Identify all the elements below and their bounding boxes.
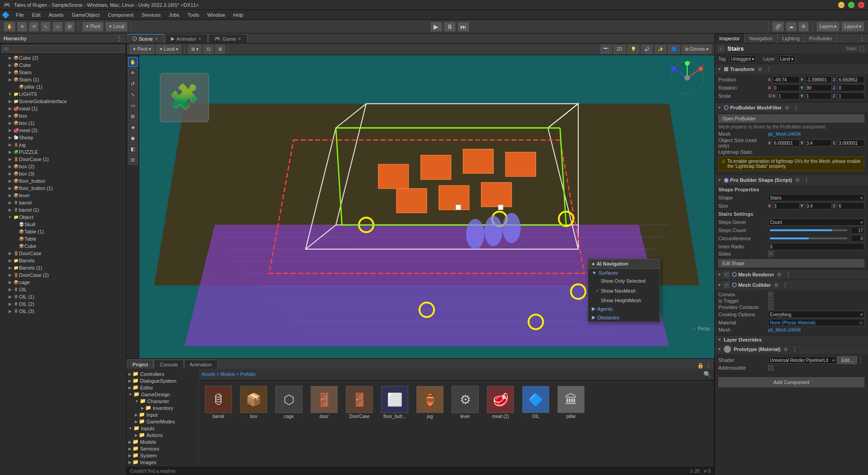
pos-x-val[interactable]: -49.74 bbox=[773, 76, 800, 83]
hierarchy-item-floor_button[interactable]: ▶ 📦 floor_button bbox=[0, 177, 126, 185]
hierarchy-item-oil3[interactable]: ▶ 🛢 OIL (3) bbox=[0, 308, 126, 315]
project-tree-item-7[interactable]: ▶ 📁 GameModes bbox=[127, 418, 198, 425]
shader-select[interactable]: Universal Render Pipeline/Lit ▾ bbox=[768, 356, 836, 364]
layer-selector[interactable]: Land ▾ bbox=[778, 56, 795, 62]
viewport[interactable]: ✋ ✛ ↺ ⤡ ▭ ⊞ ◈ ◉ ◧ ⊟ bbox=[127, 55, 714, 358]
hierarchy-menu-btn[interactable]: ⋮ bbox=[116, 35, 123, 42]
shape-dots[interactable]: ⋮ bbox=[803, 176, 810, 184]
mesh-renderer-gear[interactable]: ⚙ bbox=[776, 271, 783, 278]
prototype-header[interactable]: ▼ Prototype (Material) ⚙ ⋮ bbox=[715, 344, 868, 354]
tool-scale[interactable]: ⤡ bbox=[128, 90, 138, 100]
tag-selector[interactable]: Untagged ▾ bbox=[729, 56, 756, 62]
scale-tool[interactable]: ⤡ bbox=[41, 22, 51, 32]
menu-services[interactable]: Services bbox=[138, 11, 164, 19]
snap-btn[interactable]: ⊡ bbox=[203, 45, 213, 54]
shader-dots[interactable]: ⋮ bbox=[857, 356, 864, 364]
asset-item-7[interactable]: ⚙ lever bbox=[449, 384, 481, 421]
asset-item-6[interactable]: 🏺 jug bbox=[414, 384, 446, 421]
project-tree-item-12[interactable]: ▶ 📁 System bbox=[127, 452, 198, 459]
gizmo-vis-btn[interactable]: ⊞ Gizmos ▾ bbox=[682, 45, 712, 54]
hierarchy-item-pillar1[interactable]: 📦 pillar (1) bbox=[0, 83, 126, 90]
rot-y-val[interactable]: 90 bbox=[805, 84, 832, 91]
menu-assets[interactable]: Assets bbox=[45, 11, 67, 19]
hierarchy-item-doorcase2[interactable]: ▶ 🚪 DoorCase (2) bbox=[0, 271, 126, 279]
asset-item-3[interactable]: 🚪 door bbox=[308, 384, 340, 421]
close-button[interactable]: ✕ bbox=[858, 2, 864, 8]
circumf-val[interactable]: 0 bbox=[851, 235, 864, 242]
hierarchy-item-meat1[interactable]: ▶ 🥩 meat (1) bbox=[0, 105, 126, 112]
hierarchy-item-cube[interactable]: ▶ 📦 Cube bbox=[0, 62, 126, 69]
minimize-button[interactable]: — bbox=[838, 2, 844, 8]
project-tree-item-9[interactable]: ▶ 📁 Actions bbox=[127, 432, 198, 438]
transform-tool[interactable]: ⊞ bbox=[65, 22, 75, 32]
menu-tools[interactable]: Tools bbox=[184, 11, 203, 19]
project-tree-item-13[interactable]: ▶ 📁 Images bbox=[127, 459, 198, 466]
project-tree-item-10[interactable]: ▶ 📁 Models bbox=[127, 438, 198, 445]
layers-btn[interactable]: Layers ▾ bbox=[816, 22, 840, 32]
shape-shape-select[interactable]: Stairs ▾ bbox=[768, 194, 864, 201]
project-tree-item-3[interactable]: ▼ 📁 GameDesign bbox=[127, 391, 198, 398]
inspector-menu-btn[interactable]: ⋮ bbox=[856, 35, 868, 42]
hierarchy-item-doorcase1[interactable]: ▶ 🚪 DoorCase (1) bbox=[0, 156, 126, 163]
rotate-tool[interactable]: ↺ bbox=[29, 22, 39, 32]
asset-item-9[interactable]: 🔷 OIL bbox=[520, 384, 552, 421]
hierarchy-item-cube3[interactable]: 📦 Cube bbox=[0, 242, 126, 250]
local-dropdown[interactable]: ✦ Local ▾ bbox=[156, 45, 181, 54]
mesh-renderer-enable[interactable] bbox=[724, 272, 729, 277]
prototype-gear[interactable]: ⚙ bbox=[782, 346, 789, 353]
tool-rect[interactable]: ▭ bbox=[128, 100, 138, 110]
tab-probuilder[interactable]: ProBuilder bbox=[805, 33, 837, 43]
tool-hand[interactable]: ✋ bbox=[128, 57, 138, 67]
settings-btn[interactable]: ⚙ bbox=[798, 22, 809, 32]
menu-help[interactable]: Help bbox=[230, 11, 247, 19]
tool-custom1[interactable]: ◈ bbox=[128, 122, 138, 132]
hierarchy-search-input[interactable] bbox=[1, 45, 125, 53]
hierarchy-item-cage[interactable]: ▶ 📦 cage bbox=[0, 279, 126, 286]
pivot-btn[interactable]: ✦ Pivot bbox=[82, 22, 104, 32]
mesh-renderer-header[interactable]: ▼ ⬡ Mesh Renderer ⚙ ⋮ bbox=[715, 270, 868, 280]
tab-navigation[interactable]: Navigation bbox=[745, 33, 778, 43]
ctx-show-heightmesh[interactable]: Show HeightMesh bbox=[588, 296, 660, 304]
transform-dots[interactable]: ⋮ bbox=[765, 66, 773, 73]
inner-radio-val[interactable]: 0 bbox=[768, 243, 864, 250]
tab-console[interactable]: Console bbox=[154, 360, 184, 369]
scale-y-val[interactable]: 1 bbox=[805, 92, 832, 100]
local-btn[interactable]: ✦ Local bbox=[105, 22, 127, 32]
hierarchy-item-sgif[interactable]: ▶ 📁 SceneGlobalInterface bbox=[0, 98, 126, 105]
pos-y-val[interactable]: -1.398901 bbox=[805, 76, 832, 83]
menu-gameobject[interactable]: GameObject bbox=[68, 11, 104, 19]
object-enable-checkbox[interactable] bbox=[718, 46, 724, 52]
open-probuilder-btn[interactable]: Open ProBuilder bbox=[718, 114, 864, 123]
hierarchy-item-barrels[interactable]: ▶ 📁 Barrels bbox=[0, 257, 126, 264]
project-tree-item-6[interactable]: ▶ 📁 Input bbox=[127, 411, 198, 418]
pos-z-val[interactable]: 6.650852 bbox=[837, 76, 864, 83]
tab-game[interactable]: 🎮 Game ✕ bbox=[208, 34, 247, 43]
addressable-checkbox[interactable] bbox=[768, 365, 774, 370]
menu-file[interactable]: File bbox=[12, 11, 28, 19]
project-tree-item-11[interactable]: ▶ 📁 Services bbox=[127, 445, 198, 452]
scale-z-val[interactable]: 1 bbox=[837, 92, 864, 100]
hierarchy-item-box[interactable]: ▶ 📦 box bbox=[0, 112, 126, 119]
project-lock-btn[interactable]: 🔒 bbox=[697, 362, 704, 369]
mesh-collider-enable[interactable] bbox=[724, 282, 729, 288]
hierarchy-item-lights[interactable]: ▼ 📁 LIGHTS bbox=[0, 90, 126, 98]
gizmo-tools[interactable]: ⊞ ▾ bbox=[188, 45, 202, 54]
maximize-button[interactable]: □ bbox=[848, 2, 854, 8]
hierarchy-item-oil2[interactable]: ▶ 🛢 OIL (2) bbox=[0, 300, 126, 308]
project-tree-item-5[interactable]: ▶ 📁 Inventory bbox=[127, 404, 198, 411]
pivot-dropdown[interactable]: ✦ Pivot ▾ bbox=[129, 45, 154, 54]
hierarchy-item-puzzle[interactable]: ▶ 🧩 PUZZLE bbox=[0, 148, 126, 156]
project-tree-item-2[interactable]: ▶ 📁 Editor bbox=[127, 384, 198, 391]
hierarchy-item-doorcase_obj[interactable]: ▶ 🚪 DoorCase bbox=[0, 250, 126, 257]
scale-x-val[interactable]: 1 bbox=[777, 92, 800, 100]
ctx-surfaces[interactable]: ▼ Surfaces bbox=[588, 269, 660, 277]
ctx-show-navmesh[interactable]: ✓ Show NavMesh bbox=[588, 285, 660, 296]
hierarchy-item-object[interactable]: ▼ 📁 Object bbox=[0, 214, 126, 221]
project-tree-item-0[interactable]: ▶ 📁 Controllers bbox=[127, 370, 198, 377]
shape-gear[interactable]: ⚙ bbox=[794, 176, 801, 184]
add-component-btn[interactable]: Add Component bbox=[718, 377, 864, 387]
mesh-collider-dots[interactable]: ⋮ bbox=[782, 281, 789, 289]
hierarchy-item-lever[interactable]: ▶ 📦 lever bbox=[0, 192, 126, 199]
asset-item-5[interactable]: ⬜ floor_butt... bbox=[379, 384, 410, 421]
menu-edit[interactable]: Edit bbox=[28, 11, 44, 19]
